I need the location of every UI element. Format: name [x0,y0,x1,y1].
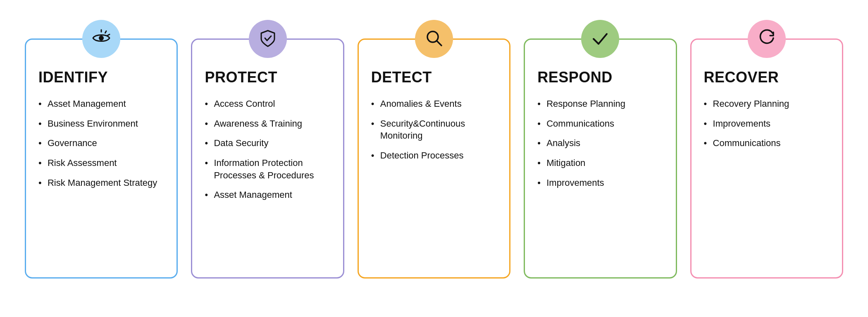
protect-item-1: Awareness & Training [205,118,330,130]
respond-item-2: Analysis [537,137,663,149]
detect-item-0: Anomalies & Events [371,98,497,110]
recover-icon-wrapper [748,20,786,58]
protect-item-3: Information Protection Processes & Proce… [205,157,330,181]
identify-list: Asset ManagementBusiness EnvironmentGove… [38,98,164,189]
card-respond: RESPONDResponse PlanningCommunicationsAn… [524,38,677,279]
recover-icon [757,28,777,50]
respond-item-0: Response Planning [537,98,663,110]
detect-icon [424,28,444,50]
recover-item-2: Communications [704,137,830,149]
card-protect: PROTECTAccess ControlAwareness & Trainin… [191,38,344,279]
recover-list: Recovery PlanningImprovementsCommunicati… [704,98,830,149]
identify-item-2: Governance [38,137,164,149]
svg-line-1 [105,31,107,33]
identify-item-3: Risk Assessment [38,157,164,169]
identify-item-4: Risk Management Strategy [38,177,164,189]
detect-icon-wrapper [415,20,453,58]
protect-item-2: Data Security [205,137,330,149]
respond-list: Response PlanningCommunicationsAnalysisM… [537,98,663,189]
recover-title: RECOVER [704,69,830,86]
card-detect: DETECTAnomalies & EventsSecurity&Continu… [358,38,510,279]
card-recover: RECOVERRecovery PlanningImprovementsComm… [690,38,843,279]
protect-item-0: Access Control [205,98,330,110]
detect-title: DETECT [371,69,497,86]
identify-icon-wrapper [82,20,120,58]
respond-title: RESPOND [537,69,663,86]
recover-item-0: Recovery Planning [704,98,830,110]
svg-line-5 [437,41,442,46]
respond-icon [590,28,610,50]
recover-item-1: Improvements [704,118,830,130]
protect-list: Access ControlAwareness & TrainingData S… [205,98,330,201]
respond-item-1: Communications [537,118,663,130]
protect-icon-wrapper [249,20,287,58]
protect-item-4: Asset Management [205,189,330,201]
svg-point-3 [99,36,104,41]
protect-icon [258,28,278,50]
detect-item-2: Detection Processes [371,149,497,162]
framework-container: IDENTIFYAsset ManagementBusiness Environ… [25,38,843,279]
identify-icon [91,28,111,50]
respond-icon-wrapper [581,20,619,58]
identify-item-1: Business Environment [38,118,164,130]
detect-list: Anomalies & EventsSecurity&Continuous Mo… [371,98,497,162]
identify-item-0: Asset Management [38,98,164,110]
detect-item-1: Security&Continuous Monitoring [371,118,497,142]
respond-item-4: Improvements [537,177,663,189]
respond-item-3: Mitigation [537,157,663,169]
identify-title: IDENTIFY [38,69,164,86]
protect-title: PROTECT [205,69,330,86]
card-identify: IDENTIFYAsset ManagementBusiness Environ… [25,38,178,279]
svg-line-2 [108,34,110,36]
